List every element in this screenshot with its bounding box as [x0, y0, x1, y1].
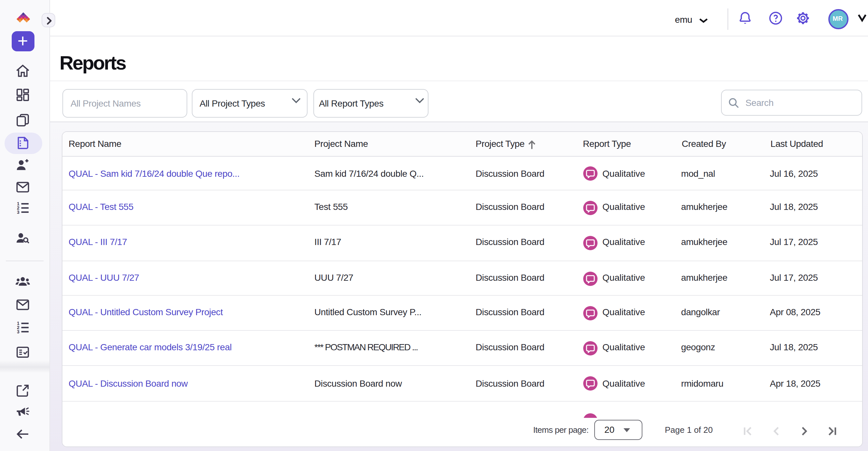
svg-text:3: 3	[17, 329, 20, 334]
svg-text:3: 3	[17, 210, 20, 215]
